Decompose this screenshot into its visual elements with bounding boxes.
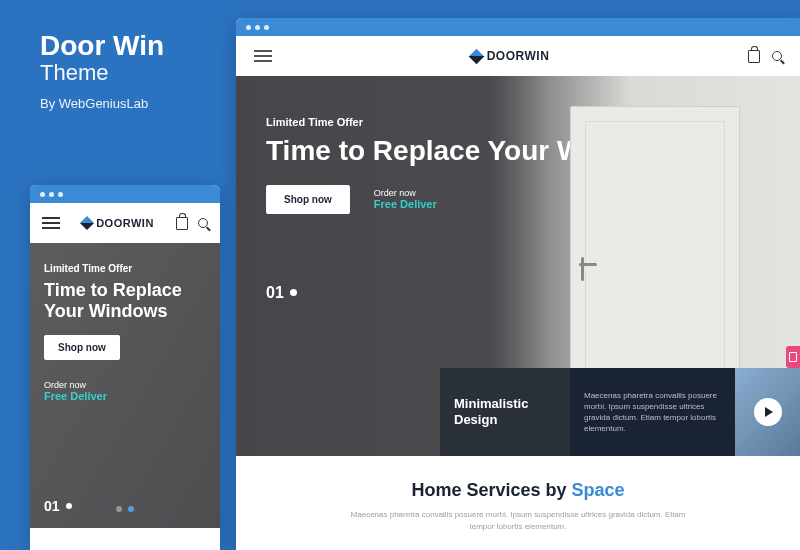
free-deliver-label: Free Deliver xyxy=(44,390,206,402)
logo-mark-icon xyxy=(468,48,484,64)
services-heading-accent: Space xyxy=(572,480,625,500)
theme-info: Door Win Theme By WebGeniusLab xyxy=(40,30,164,111)
mobile-preview: DOORWIN Limited Time Offer Time to Repla… xyxy=(30,185,220,550)
services-heading-a: Home Services by xyxy=(411,480,571,500)
desktop-header-actions xyxy=(748,50,782,63)
shop-now-button[interactable]: Shop now xyxy=(44,335,120,360)
search-icon[interactable] xyxy=(198,218,208,228)
side-badge-icon[interactable] xyxy=(786,346,800,368)
bag-icon[interactable] xyxy=(748,50,760,63)
logo-mark-icon xyxy=(80,216,94,230)
desktop-browser-bar xyxy=(236,18,800,36)
bag-icon[interactable] xyxy=(176,217,188,230)
slide-counter: 01 xyxy=(44,498,72,514)
window-dot xyxy=(58,192,63,197)
hamburger-icon[interactable] xyxy=(254,47,272,65)
counter-dot-icon xyxy=(66,503,72,509)
window-dot xyxy=(49,192,54,197)
feature-strip: Minimalistic Design Maecenas pharetra co… xyxy=(440,368,800,456)
counter-number: 01 xyxy=(266,284,284,302)
feature-video-thumb[interactable] xyxy=(735,368,800,456)
mobile-hero: Limited Time Offer Time to Replace Your … xyxy=(30,243,220,528)
offer-label: Limited Time Offer xyxy=(44,263,206,274)
door-handle-icon xyxy=(581,257,584,281)
hero-headline: Time to Replace Your Windows xyxy=(44,280,206,321)
services-heading: Home Services by Space xyxy=(276,480,760,501)
slider-dot[interactable] xyxy=(116,506,122,512)
window-dot xyxy=(264,25,269,30)
desktop-hero: Limited Time Offer Time to Replace Your … xyxy=(236,76,800,456)
logo-text: DOORWIN xyxy=(96,217,154,229)
services-subtext: Maecenas pharetra convallis posuere morb… xyxy=(338,509,698,533)
shop-now-button[interactable]: Shop now xyxy=(266,185,350,214)
free-deliver-label: Free Deliver xyxy=(374,198,437,210)
logo[interactable]: DOORWIN xyxy=(471,49,550,63)
mobile-browser-bar xyxy=(30,185,220,203)
theme-title: Door Win xyxy=(40,30,164,62)
play-icon[interactable] xyxy=(754,398,782,426)
feature-title: Minimalistic Design xyxy=(440,368,570,456)
logo[interactable]: DOORWIN xyxy=(82,217,154,229)
mobile-header-actions xyxy=(176,217,208,230)
hamburger-icon[interactable] xyxy=(42,214,60,232)
theme-subtitle: Theme xyxy=(40,60,164,86)
order-label: Order now xyxy=(44,380,206,390)
order-block: Order now Free Deliver xyxy=(374,188,437,210)
window-dot xyxy=(40,192,45,197)
counter-dot-icon xyxy=(290,289,297,296)
window-dot xyxy=(246,25,251,30)
logo-text: DOORWIN xyxy=(487,49,550,63)
slider-dots xyxy=(116,506,134,512)
theme-author: By WebGeniusLab xyxy=(40,96,164,111)
desktop-header: DOORWIN xyxy=(236,36,800,76)
search-icon[interactable] xyxy=(772,51,782,61)
counter-number: 01 xyxy=(44,498,60,514)
services-section: Home Services by Space Maecenas pharetra… xyxy=(236,456,800,550)
feature-description: Maecenas pharetra convallis posuere morb… xyxy=(570,368,735,456)
order-label: Order now xyxy=(374,188,437,198)
mobile-header: DOORWIN xyxy=(30,203,220,243)
desktop-preview: DOORWIN Limited Time Offer Time to Repla… xyxy=(236,18,800,550)
slider-dot-active[interactable] xyxy=(128,506,134,512)
window-dot xyxy=(255,25,260,30)
